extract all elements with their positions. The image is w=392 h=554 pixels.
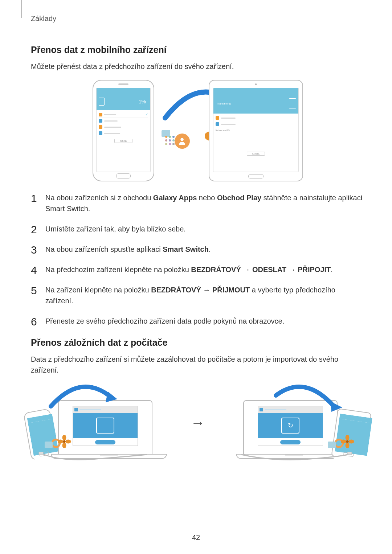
section1-intro: Můžete přenést data z předchozího zaříze…	[31, 61, 365, 72]
step-text: .	[331, 266, 333, 274]
app-logo-icon	[260, 408, 263, 411]
phone-list-item	[99, 130, 148, 136]
data-icons-cluster	[45, 435, 71, 448]
smartswitch-window	[258, 406, 323, 446]
step-text: Umístěte zařízení tak, aby byla blízko s…	[45, 225, 186, 233]
speech-bubble-icon	[45, 442, 53, 448]
svg-point-20	[346, 443, 350, 448]
phone-list-item: ✓	[99, 111, 148, 118]
speech-bubble-icon	[328, 442, 336, 448]
step-bold-text: PŘIJMOUT	[212, 286, 250, 294]
step-bold-text: PŘIPOJIT	[298, 266, 331, 274]
section1-heading: Přenos dat z mobilního zařízení	[31, 45, 365, 55]
step-bold-text: Galaxy Apps	[153, 194, 197, 202]
phone-illustration: 1% ✓ CANCEL	[93, 80, 154, 181]
step-item: Na obou zařízeních spusťte aplikaci Smar…	[31, 244, 365, 255]
usb-cable-icon	[38, 452, 154, 463]
step-item: Na předchozím zařízení klepněte na polož…	[31, 264, 365, 275]
arrow-icon	[270, 379, 343, 412]
page: Základy Přenos dat z mobilního zařízení …	[0, 0, 392, 554]
item-label-line	[104, 133, 120, 134]
phone-cancel-button: CANCEL	[114, 139, 132, 143]
step-bold-text: BEZDRÁTOVÝ	[151, 286, 201, 294]
svg-point-21	[341, 440, 346, 444]
tablet-header-label: Transferring	[217, 102, 230, 105]
laptop-restore-illustration	[216, 386, 365, 459]
item-icon	[99, 131, 102, 135]
figure-transfer-devices: 1% ✓ CANCEL	[31, 80, 365, 181]
item-icon	[99, 125, 102, 129]
step-text: Na obou zařízeních spusťte aplikaci	[45, 245, 163, 253]
app-action-button	[280, 440, 301, 444]
step-text: →	[241, 266, 252, 274]
device-restore-icon	[281, 418, 299, 434]
smartswitch-window	[73, 406, 138, 446]
tablet-cancel-button: CANCEL	[247, 152, 265, 156]
check-icon: ✓	[145, 112, 148, 116]
svg-point-1	[181, 138, 184, 141]
svg-rect-17	[39, 452, 43, 455]
flower-icon	[341, 435, 354, 448]
tablet-item-list	[213, 114, 298, 128]
transfer-arrow-cluster	[165, 109, 198, 152]
step-text: .	[209, 245, 211, 253]
step-text: nebo	[197, 194, 217, 202]
figure-transfer-pc: →	[31, 386, 365, 459]
svg-point-15	[65, 440, 71, 444]
app-action-button	[95, 440, 115, 444]
item-label-line	[221, 118, 236, 119]
phone-list-item	[99, 124, 148, 130]
step-bold-text: BEZDRÁTOVÝ	[191, 266, 241, 274]
item-label-line	[221, 124, 236, 125]
step-text: Přeneste ze svého předchozího zařízení d…	[45, 317, 284, 325]
svg-point-19	[346, 435, 350, 440]
step-bold-text: Obchod Play	[217, 194, 261, 202]
data-icons-cluster	[328, 435, 354, 448]
item-icon	[99, 119, 102, 123]
svg-point-12	[62, 435, 66, 440]
steps-list: Na obou zařízeních si z obchodu Galaxy A…	[31, 192, 365, 327]
tablet-list-item	[216, 115, 296, 121]
step-item: Na zařízení klepněte na položku BEZDRÁTO…	[31, 284, 365, 306]
step-bold-text: ODESLAT	[252, 266, 286, 274]
item-label-line	[104, 120, 118, 122]
svg-point-16	[63, 440, 65, 443]
step-text: →	[286, 266, 298, 274]
tablet-illustration: Transferring Not sent app (16) CANCEL	[209, 80, 303, 181]
svg-point-14	[58, 440, 63, 444]
contact-avatar-icon	[175, 134, 190, 149]
step-text: Na předchozím zařízení klepněte na polož…	[45, 266, 191, 274]
item-label-line	[104, 127, 121, 128]
flower-icon	[58, 435, 71, 448]
phone-percent: 1%	[139, 99, 146, 104]
item-label-line	[104, 114, 116, 115]
section2-heading: Přenos záložních dat z počítače	[31, 337, 365, 348]
step-item: Umístěte zařízení tak, aby byla blízko s…	[31, 223, 365, 234]
svg-point-22	[348, 440, 354, 444]
svg-point-23	[346, 440, 348, 443]
arrow-icon	[45, 379, 118, 412]
phone-item-list: ✓	[97, 110, 150, 138]
step-item: Na obou zařízeních si z obchodu Galaxy A…	[31, 192, 365, 214]
step-text: Na obou zařízeních si z obchodu	[45, 194, 153, 202]
device-backup-icon	[96, 418, 114, 434]
page-number: 42	[0, 533, 392, 542]
item-icon	[216, 116, 219, 120]
svg-point-13	[62, 443, 66, 448]
item-icon	[99, 113, 102, 116]
svg-marker-18	[331, 402, 342, 412]
item-icon	[216, 122, 219, 126]
tablet-list-item	[216, 121, 296, 127]
phone-list-item	[99, 118, 148, 124]
step-bold-text: Smart Switch	[163, 245, 209, 253]
step-item: Přeneste ze svého předchozího zařízení d…	[31, 316, 365, 327]
laptop-backup-illustration	[31, 386, 180, 459]
step-text: →	[201, 286, 212, 294]
apps-grid-icon	[165, 136, 175, 145]
svg-rect-24	[347, 452, 352, 455]
step-text: Na zařízení klepněte na položku	[45, 286, 151, 294]
tablet-note: Not sent app (16)	[213, 128, 298, 132]
usb-cable-icon	[238, 452, 354, 463]
breadcrumb: Základy	[31, 15, 365, 23]
arrow-right-icon: →	[191, 415, 205, 431]
